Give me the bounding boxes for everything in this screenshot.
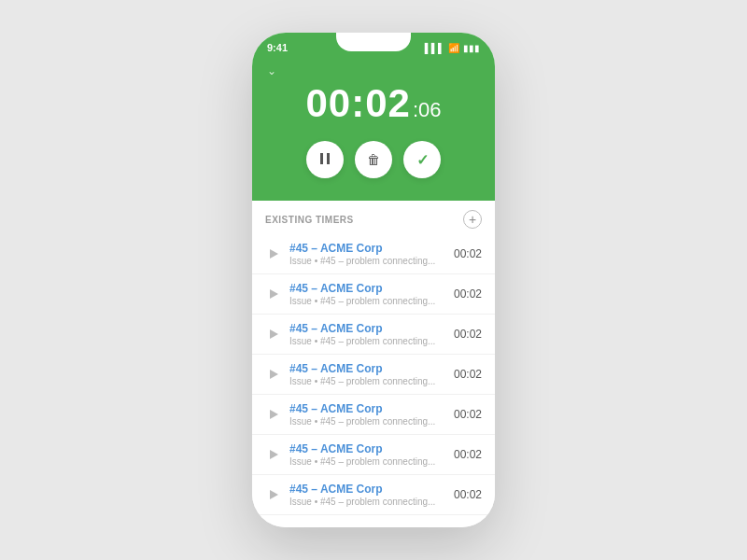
chevron-down-icon[interactable]: ⌄ xyxy=(267,64,276,77)
status-icons: ▌▌▌ 📶 ▮▮▮ xyxy=(425,43,480,53)
battery-icon: ▮▮▮ xyxy=(463,43,480,53)
play-triangle xyxy=(270,370,278,379)
timer-subtitle: Issue • #45 – problem connecting... xyxy=(289,336,446,346)
timer-title: #45 – ACME Corp xyxy=(289,362,446,375)
status-time: 9:41 xyxy=(267,42,288,53)
trash-icon: 🗑 xyxy=(367,152,380,167)
timer-subtitle: Issue • #45 – problem connecting... xyxy=(289,376,446,386)
play-icon[interactable] xyxy=(265,366,282,383)
timer-item[interactable]: #45 – ACME Corp Issue • #45 – problem co… xyxy=(252,435,495,475)
timer-item[interactable]: #45 – ACME Corp Issue • #45 – problem co… xyxy=(252,234,495,274)
play-icon[interactable] xyxy=(265,286,282,302)
signal-icon: ▌▌▌ xyxy=(425,43,444,53)
timer-subtitle: Issue • #45 – problem connecting... xyxy=(289,296,446,306)
timers-label: EXISTING TIMERS xyxy=(265,215,354,225)
timer-duration: 00:02 xyxy=(454,448,482,461)
timer-duration: 00:02 xyxy=(454,287,482,301)
play-icon[interactable] xyxy=(265,245,282,262)
play-triangle xyxy=(270,329,278,339)
play-triangle xyxy=(270,289,278,299)
play-icon[interactable] xyxy=(265,486,282,503)
phone-frame: 9:41 ▌▌▌ 📶 ▮▮▮ ⌄ 00:02 :06 🗑 ✓ EXI xyxy=(252,33,495,527)
timer-info: #45 – ACME Corp Issue • #45 – problem co… xyxy=(289,362,446,386)
timer-display: 00:02 :06 xyxy=(305,81,441,126)
play-triangle xyxy=(270,490,278,499)
timer-duration: 00:02 xyxy=(454,488,482,501)
timer-duration: 00:02 xyxy=(454,368,482,381)
timer-subtitle: Issue • #45 – problem connecting... xyxy=(289,456,446,467)
timer-subtitle: Issue • #45 – problem connecting... xyxy=(289,416,446,427)
play-triangle xyxy=(270,450,278,459)
timer-duration: 00:02 xyxy=(454,408,482,421)
timer-item[interactable]: #45 – ACME Corp Issue • #45 – problem co… xyxy=(252,475,495,515)
add-timer-button[interactable]: + xyxy=(463,210,482,229)
timer-title: #45 – ACME Corp xyxy=(289,322,446,335)
timer-title: #45 – ACME Corp xyxy=(289,483,446,496)
timers-header: EXISTING TIMERS + xyxy=(252,201,495,234)
play-icon[interactable] xyxy=(265,326,282,343)
timer-info: #45 – ACME Corp Issue • #45 – problem co… xyxy=(289,442,446,467)
timer-info: #45 – ACME Corp Issue • #45 – problem co… xyxy=(289,483,446,507)
timer-info: #45 – ACME Corp Issue • #45 – problem co… xyxy=(289,322,446,346)
timer-list: #45 – ACME Corp Issue • #45 – problem co… xyxy=(252,234,495,515)
timer-info: #45 – ACME Corp Issue • #45 – problem co… xyxy=(289,242,446,266)
play-triangle xyxy=(270,410,278,419)
timer-main: 00:02 xyxy=(305,81,410,126)
check-icon: ✓ xyxy=(416,151,429,169)
timer-item[interactable]: #45 – ACME Corp Issue • #45 – problem co… xyxy=(252,315,495,355)
timer-item[interactable]: #45 – ACME Corp Issue • #45 – problem co… xyxy=(252,355,495,395)
timer-title: #45 – ACME Corp xyxy=(289,402,446,415)
timer-subtitle: Issue • #45 – problem connecting... xyxy=(289,256,446,266)
timer-item[interactable]: #45 – ACME Corp Issue • #45 – problem co… xyxy=(252,274,495,315)
timer-duration: 00:02 xyxy=(454,328,482,341)
play-triangle xyxy=(270,249,278,259)
play-icon[interactable] xyxy=(265,446,282,463)
timer-item[interactable]: #45 – ACME Corp Issue • #45 – problem co… xyxy=(252,395,495,435)
timer-title: #45 – ACME Corp xyxy=(289,282,446,295)
timer-seconds: :06 xyxy=(413,98,442,122)
timer-duration: 00:02 xyxy=(454,247,482,260)
timer-title: #45 – ACME Corp xyxy=(289,242,446,255)
timer-title: #45 – ACME Corp xyxy=(289,442,446,455)
complete-button[interactable]: ✓ xyxy=(403,141,441,178)
timers-section: EXISTING TIMERS + #45 – ACME Corp Issue … xyxy=(252,201,495,527)
play-icon[interactable] xyxy=(265,406,282,423)
header-section: ⌄ 00:02 :06 🗑 ✓ xyxy=(252,59,495,201)
timer-subtitle: Issue • #45 – problem connecting... xyxy=(289,497,446,507)
delete-button[interactable]: 🗑 xyxy=(355,141,392,178)
phone-notch xyxy=(336,33,411,51)
timer-controls: 🗑 ✓ xyxy=(306,141,441,178)
pause-button[interactable] xyxy=(306,141,344,178)
timer-info: #45 – ACME Corp Issue • #45 – problem co… xyxy=(289,402,446,427)
wifi-icon: 📶 xyxy=(448,43,459,53)
timer-info: #45 – ACME Corp Issue • #45 – problem co… xyxy=(289,282,446,306)
pause-icon xyxy=(320,153,330,167)
